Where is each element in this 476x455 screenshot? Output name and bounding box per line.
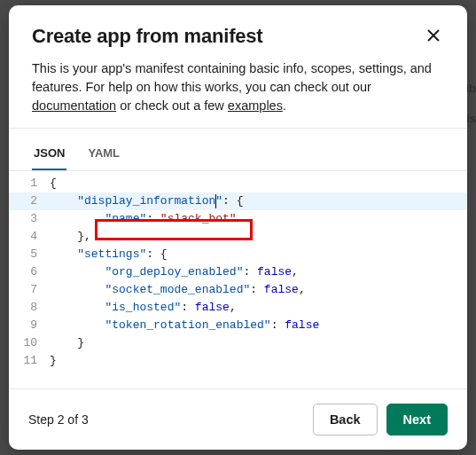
background-text: is <box>466 112 476 125</box>
tab-yaml[interactable]: YAML <box>86 137 121 170</box>
line-number: 7 <box>9 281 50 299</box>
divider <box>9 128 467 129</box>
next-button[interactable]: Next <box>386 404 448 435</box>
footer-buttons: Back Next <box>313 404 448 435</box>
line-number: 9 <box>9 317 50 334</box>
code-content[interactable]: "socket_mode_enabled": false, <box>50 281 467 299</box>
tab-json[interactable]: JSON <box>32 137 66 170</box>
code-content[interactable]: } <box>50 334 467 352</box>
documentation-link[interactable]: documentation <box>32 98 116 113</box>
line-number: 10 <box>9 334 50 352</box>
code-line[interactable]: 5 "settings": { <box>9 246 467 263</box>
code-content[interactable]: "token_rotation_enabled": false <box>50 317 467 334</box>
manifest-editor[interactable]: 1{2 "display_information": {3 "name": "s… <box>9 171 467 388</box>
modal-title: Create app from manifest <box>32 25 263 48</box>
code-content[interactable]: "org_deploy_enabled": false, <box>50 263 467 281</box>
text-cursor <box>215 194 216 208</box>
background-text: ib <box>465 82 476 95</box>
desc-text: This is your app's manifest containing b… <box>32 61 432 94</box>
code-content[interactable]: "display_information": { <box>50 192 467 210</box>
line-number: 11 <box>9 352 50 370</box>
line-number: 8 <box>9 299 50 317</box>
format-tabs: JSON YAML <box>9 137 467 171</box>
back-button[interactable]: Back <box>313 404 378 435</box>
desc-text: . <box>283 98 286 113</box>
code-line[interactable]: 1{ <box>9 175 467 192</box>
code-line[interactable]: 9 "token_rotation_enabled": false <box>9 317 467 334</box>
code-content[interactable]: } <box>50 352 467 370</box>
code-content[interactable]: { <box>50 175 467 192</box>
modal-footer: Step 2 of 3 Back Next <box>9 388 467 450</box>
line-number: 3 <box>9 210 50 228</box>
close-button[interactable] <box>423 25 444 49</box>
code-content[interactable]: "settings": { <box>50 246 467 263</box>
modal-description: This is your app's manifest containing b… <box>9 59 467 128</box>
examples-link[interactable]: examples <box>228 98 283 113</box>
line-number: 4 <box>9 228 50 246</box>
code-line[interactable]: 4 }, <box>9 228 467 246</box>
code-line[interactable]: 2 "display_information": { <box>9 192 467 210</box>
code-content[interactable]: "name": "slack_bot" <box>50 210 467 228</box>
code-line[interactable]: 6 "org_deploy_enabled": false, <box>9 263 467 281</box>
code-line[interactable]: 10 } <box>9 334 467 352</box>
create-app-modal: Create app from manifest This is your ap… <box>9 5 467 450</box>
line-number: 6 <box>9 263 50 281</box>
code-line[interactable]: 3 "name": "slack_bot" <box>9 210 467 228</box>
step-indicator: Step 2 of 3 <box>28 412 89 427</box>
line-number: 2 <box>9 192 50 210</box>
code-line[interactable]: 7 "socket_mode_enabled": false, <box>9 281 467 299</box>
code-line[interactable]: 8 "is_hosted": false, <box>9 299 467 317</box>
line-number: 1 <box>9 175 50 192</box>
code-content[interactable]: "is_hosted": false, <box>50 299 467 317</box>
modal-header: Create app from manifest <box>9 5 467 59</box>
code-line[interactable]: 11} <box>9 352 467 370</box>
code-content[interactable]: }, <box>50 228 467 246</box>
desc-text: or check out a few <box>116 98 228 113</box>
close-icon <box>426 32 441 45</box>
line-number: 5 <box>9 246 50 263</box>
